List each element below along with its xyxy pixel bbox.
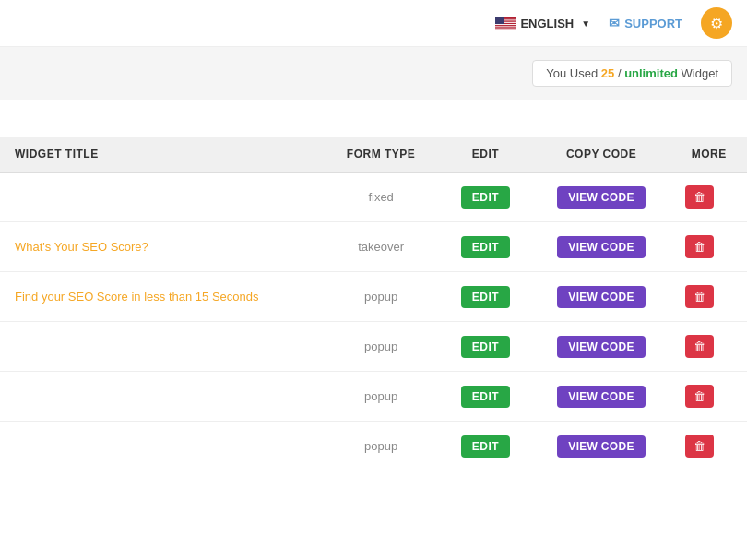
copy-code-cell: VIEW CODE xyxy=(532,322,670,372)
copy-code-cell: VIEW CODE xyxy=(532,372,670,422)
form-type-value: fixed xyxy=(368,190,393,204)
delete-button[interactable]: 🗑 xyxy=(685,285,714,308)
envelope-icon: ✉ xyxy=(609,16,620,30)
edit-button[interactable]: EDIT xyxy=(461,336,510,358)
widget-title-cell: What's Your SEO Score? xyxy=(0,222,323,272)
delete-button[interactable]: 🗑 xyxy=(685,185,714,209)
form-type-value: popup xyxy=(364,439,397,453)
widget-title-cell: Find your SEO Score in less than 15 Seco… xyxy=(0,272,323,322)
form-type-value: popup xyxy=(364,389,397,403)
view-code-button[interactable]: VIEW CODE xyxy=(557,236,645,258)
col-more: MORE xyxy=(670,137,747,173)
delete-button[interactable]: 🗑 xyxy=(685,235,714,258)
gear-button[interactable]: ⚙ xyxy=(701,7,732,39)
edit-cell: EDIT xyxy=(439,372,532,422)
widget-title-link[interactable]: What's Your SEO Score? xyxy=(15,240,148,254)
copy-code-cell: VIEW CODE xyxy=(532,272,670,322)
svg-rect-10 xyxy=(495,27,516,28)
table-header: WIDGET TITLE FORM TYPE EDIT COPY CODE MO… xyxy=(0,137,747,173)
form-type-cell: takeover xyxy=(323,222,439,272)
svg-rect-7 xyxy=(495,24,516,25)
svg-rect-9 xyxy=(495,26,516,27)
edit-cell: EDIT xyxy=(439,272,532,322)
form-type-cell: popup xyxy=(323,372,439,422)
table-row: fixedEDITVIEW CODE🗑 xyxy=(0,173,747,222)
more-cell: 🗑 xyxy=(670,372,747,422)
usage-separator: / xyxy=(618,66,622,80)
copy-code-cell: VIEW CODE xyxy=(532,222,670,272)
col-form-type: FORM TYPE xyxy=(323,137,439,173)
delete-button[interactable]: 🗑 xyxy=(685,335,714,358)
col-edit: EDIT xyxy=(439,137,532,173)
widget-title-link[interactable]: Find your SEO Score in less than 15 Seco… xyxy=(15,290,258,304)
usage-number: 25 xyxy=(601,66,614,80)
table-row: Find your SEO Score in less than 15 Seco… xyxy=(0,272,747,322)
svg-rect-13 xyxy=(495,17,504,24)
widget-title-cell xyxy=(0,322,323,372)
widget-title-cell xyxy=(0,173,323,222)
usage-bar: You Used 25 / unlimited Widget xyxy=(0,47,747,100)
form-type-cell: popup xyxy=(323,422,439,471)
widget-table: WIDGET TITLE FORM TYPE EDIT COPY CODE MO… xyxy=(0,137,747,471)
edit-cell: EDIT xyxy=(439,173,532,222)
language-label: ENGLISH xyxy=(520,17,574,30)
usage-prefix: You Used xyxy=(546,66,598,80)
us-flag-icon xyxy=(495,17,516,30)
view-code-button[interactable]: VIEW CODE xyxy=(557,286,645,308)
view-code-button[interactable]: VIEW CODE xyxy=(557,186,645,209)
copy-code-cell: VIEW CODE xyxy=(532,173,670,222)
form-type-cell: fixed xyxy=(323,173,439,222)
more-cell: 🗑 xyxy=(670,272,747,322)
view-code-button[interactable]: VIEW CODE xyxy=(557,435,645,458)
delete-button[interactable]: 🗑 xyxy=(685,435,714,458)
edit-cell: EDIT xyxy=(439,322,532,372)
usage-box: You Used 25 / unlimited Widget xyxy=(532,60,732,87)
more-cell: 🗑 xyxy=(670,173,747,222)
svg-rect-11 xyxy=(495,28,516,29)
col-widget-title: WIDGET TITLE xyxy=(0,137,323,173)
svg-rect-8 xyxy=(495,25,516,26)
spacer xyxy=(0,100,747,137)
language-selector[interactable]: ENGLISH ▼ xyxy=(495,17,590,30)
gear-icon: ⚙ xyxy=(710,15,723,32)
usage-unlimited: unlimited xyxy=(624,66,678,80)
form-type-cell: popup xyxy=(323,272,439,322)
table-body: fixedEDITVIEW CODE🗑What's Your SEO Score… xyxy=(0,173,747,471)
table-row: popupEDITVIEW CODE🗑 xyxy=(0,422,747,471)
edit-button[interactable]: EDIT xyxy=(461,435,510,458)
edit-button[interactable]: EDIT xyxy=(461,186,510,209)
widget-title-cell xyxy=(0,422,323,471)
form-type-value: popup xyxy=(364,340,397,353)
more-cell: 🗑 xyxy=(670,222,747,272)
support-label: SUPPORT xyxy=(624,17,682,30)
language-chevron: ▼ xyxy=(581,18,590,29)
more-cell: 🗑 xyxy=(670,422,747,471)
form-type-cell: popup xyxy=(323,322,439,372)
support-link[interactable]: ✉ SUPPORT xyxy=(609,16,682,30)
more-cell: 🗑 xyxy=(670,322,747,372)
top-nav: ENGLISH ▼ ✉ SUPPORT ⚙ xyxy=(0,0,747,47)
widget-title-cell xyxy=(0,372,323,422)
table-row: popupEDITVIEW CODE🗑 xyxy=(0,322,747,372)
edit-cell: EDIT xyxy=(439,422,532,471)
table-header-row: WIDGET TITLE FORM TYPE EDIT COPY CODE MO… xyxy=(0,137,747,173)
edit-cell: EDIT xyxy=(439,222,532,272)
delete-button[interactable]: 🗑 xyxy=(685,385,714,408)
table-row: What's Your SEO Score?takeoverEDITVIEW C… xyxy=(0,222,747,272)
form-type-value: takeover xyxy=(358,240,404,254)
col-copy-code: COPY CODE xyxy=(532,137,670,173)
form-type-value: popup xyxy=(364,290,397,304)
copy-code-cell: VIEW CODE xyxy=(532,422,670,471)
view-code-button[interactable]: VIEW CODE xyxy=(557,336,645,358)
edit-button[interactable]: EDIT xyxy=(461,386,510,408)
view-code-button[interactable]: VIEW CODE xyxy=(557,386,645,408)
table-row: popupEDITVIEW CODE🗑 xyxy=(0,372,747,422)
usage-suffix: Widget xyxy=(682,66,718,80)
edit-button[interactable]: EDIT xyxy=(461,236,510,258)
edit-button[interactable]: EDIT xyxy=(461,286,510,308)
svg-rect-12 xyxy=(495,29,516,30)
